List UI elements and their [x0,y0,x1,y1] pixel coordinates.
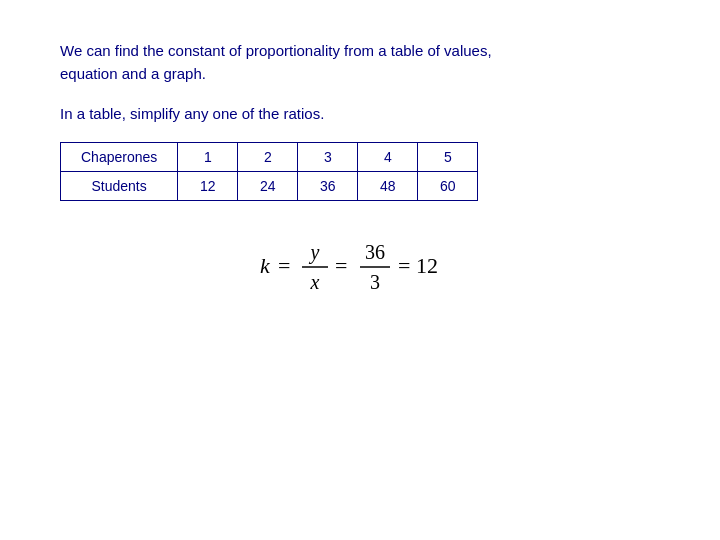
students-val-1: 12 [178,172,238,201]
main-content: We can find the constant of proportional… [0,0,720,321]
intro-line1: We can find the constant of proportional… [60,42,492,59]
svg-text:36: 36 [365,241,385,263]
svg-text:=: = [335,253,347,278]
svg-text:=: = [278,253,290,278]
simplify-paragraph: In a table, simplify any one of the rati… [60,105,660,122]
table-row: Students 12 24 36 48 60 [61,172,478,201]
svg-text:y: y [309,241,320,264]
students-val-3: 36 [298,172,358,201]
svg-text:x: x [310,271,320,293]
intro-paragraph: We can find the constant of proportional… [60,40,660,85]
table-row: Chaperones 1 2 3 4 5 [61,143,478,172]
chaperones-val-5: 5 [418,143,478,172]
students-val-5: 60 [418,172,478,201]
chaperones-val-1: 1 [178,143,238,172]
chaperones-val-4: 4 [358,143,418,172]
chaperones-val-2: 2 [238,143,298,172]
formula-svg: k = y x = 36 3 = 12 [260,231,460,301]
formula-area: k = y x = 36 3 = 12 [60,231,660,301]
svg-text:k: k [260,253,271,278]
students-val-4: 48 [358,172,418,201]
students-val-2: 24 [238,172,298,201]
chaperones-label: Chaperones [61,143,178,172]
svg-text:3: 3 [370,271,380,293]
intro-line2: equation and a graph. [60,65,206,82]
students-label: Students [61,172,178,201]
svg-text:= 12: = 12 [398,253,438,278]
chaperones-val-3: 3 [298,143,358,172]
ratio-table: Chaperones 1 2 3 4 5 Students 12 24 36 4… [60,142,478,201]
